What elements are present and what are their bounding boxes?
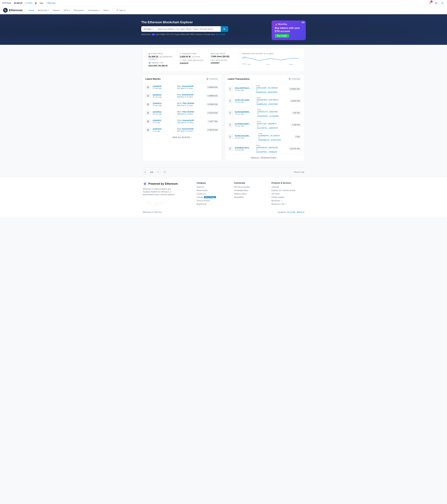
block-number[interactable]: 21643514 <box>153 94 175 96</box>
tx-from[interactable]: 0xEbA88149...a5DE94cB1 <box>256 146 286 149</box>
view-all-blocks[interactable]: VIEW ALL BLOCKS → <box>143 134 222 140</box>
search-filter-btn[interactable]: All Filters ▾ <box>141 26 156 32</box>
tx-hash[interactable]: 0x5ddb9cc6cd... <box>235 146 254 149</box>
footer-link-api-doc[interactable]: API Documentation <box>234 186 267 188</box>
block-number[interactable]: 21643515 <box>153 85 175 88</box>
tx-to[interactable]: 0x00000000...1123eB395 <box>257 115 290 117</box>
tx-from[interactable]: 0xDc601950...613576EC3 <box>256 99 287 101</box>
tx-customize-btn[interactable]: Customize <box>287 77 302 81</box>
footer-link-brand[interactable]: Brand Assets <box>197 189 229 192</box>
tx-hash[interactable]: 0x15592cda8f7... <box>235 123 255 125</box>
tx-from[interactable]: 0x95222290...5CC4BAfe5 <box>256 87 286 89</box>
tx-hash[interactable]: 0x35bcdbce8b... <box>235 135 256 137</box>
footer-link-api-plans[interactable]: API Plans <box>272 193 304 195</box>
footer-link-eaas[interactable]: Explorer as a Service (EaaS) <box>272 189 304 192</box>
block-txns[interactable]: 181 txns <box>177 121 184 124</box>
svg-rect-23 <box>147 112 148 113</box>
from-label: From <box>256 97 261 99</box>
tx-history-chart: 1 260k 1 020k Jan 2 Jan 9 Jan 16 <box>242 56 298 65</box>
hero-left: The Ethereum Blockchain Explorer All Fil… <box>141 20 269 36</box>
block-txns[interactable]: 132 txns <box>177 87 184 90</box>
donation-address[interactable]: 0x71c765...d8976f <box>287 211 303 213</box>
nav-developers[interactable]: Developers ▾ <box>87 8 101 12</box>
search-input[interactable] <box>156 26 221 32</box>
footer-link-blockscan-chat[interactable]: Blockscan Chat ↗ <box>272 203 304 205</box>
settings-button[interactable] <box>434 1 438 5</box>
back-to-top-btn[interactable]: ↑ Back to Top <box>293 171 304 173</box>
block-txns[interactable]: 159 txns <box>177 96 184 98</box>
list-item: Explorer as a Service (EaaS) <box>272 189 304 192</box>
nav-blockchain[interactable]: Blockchain ▾ <box>36 8 50 12</box>
miner-name[interactable]: beaverbuild <box>183 119 194 121</box>
stat-finalized-value: 21643437 <box>180 62 206 64</box>
view-all-tx[interactable]: VIEW ALL TRANSACTIONS → <box>225 155 304 161</box>
ad-buy-button[interactable]: Buy Crypto <box>275 34 289 38</box>
footer-link-newsletters[interactable]: Newsletters <box>234 196 267 198</box>
miner-name[interactable]: Titan Builder <box>182 110 194 113</box>
tx-doc-icon <box>228 86 233 92</box>
stat-market-value: $410,695,735,480.00 <box>149 65 175 67</box>
block-cube-icon <box>145 127 151 133</box>
block-txns[interactable]: 192 txns <box>177 104 184 107</box>
footer-link-bug[interactable]: Bug Bounty <box>197 203 229 205</box>
tx-to[interactable]: 0xb060429d...Be823604F <box>256 91 286 93</box>
logo-icon <box>3 8 8 13</box>
block-txns[interactable]: 159 txns <box>177 113 184 115</box>
tx-hash[interactable]: 0xc8cc8cc3af9... <box>235 99 255 101</box>
tx-to[interactable]: 0xeAebF696...7c9bfba39 <box>256 151 286 153</box>
footer-link-network[interactable]: Network Status <box>234 193 267 195</box>
tx-from[interactable]: 0xa689D044...dCcc9E267 <box>258 135 292 137</box>
facebook-icon[interactable]: f <box>156 170 160 175</box>
footer-link-priority[interactable]: Priority Support <box>272 196 304 198</box>
tx-to[interactable]: 0x11782702...2e855767F <box>257 127 288 129</box>
block-number[interactable]: 21643510 <box>153 128 175 130</box>
svg-rect-20 <box>148 103 149 104</box>
footer-link-blockscan[interactable]: Blockscan ↗ <box>272 199 304 202</box>
block-number[interactable]: 21643512 <box>153 111 175 113</box>
from-label: From <box>257 121 261 123</box>
ad-moon-icon: 🌙 <box>275 23 277 25</box>
blocks-customize-btn[interactable]: Customize <box>205 77 219 81</box>
tx-hash[interactable]: 0xbcc823f12e1... <box>235 87 254 89</box>
miner-name[interactable]: beaverbuild <box>182 93 194 96</box>
footer-link-about[interactable]: About Us <box>197 186 229 188</box>
block-txns[interactable]: 237 txns <box>177 130 184 132</box>
block-info: 21643512 49 secs ago <box>153 111 175 115</box>
tx-to[interactable]: 0x8b26BAC6...bC4EC534A <box>258 139 292 141</box>
miner-name[interactable]: beaverbuild <box>182 85 194 87</box>
tx-from[interactable]: 0xfc9272e0...69f33f87A <box>257 123 288 125</box>
tx-from[interactable]: 0x0F87b770...956df7fd6 <box>257 111 290 113</box>
brand-logo[interactable]: Etherscan <box>3 8 22 13</box>
footer-link-terms[interactable]: Terms & Privacy <box>197 199 229 202</box>
notifications-button[interactable]: 1 <box>428 1 432 5</box>
reddit-icon[interactable]: ⚀ <box>162 170 167 175</box>
footer-link-kb[interactable]: Knowledge Base <box>234 189 267 192</box>
tx-to[interactable]: 0xd66Ba354...63cB76955 <box>256 103 287 105</box>
block-time: 37 secs ago <box>153 105 175 106</box>
sponsored-link[interactable]: Buy NOW! <box>216 33 225 36</box>
nav-nfts[interactable]: NFTs ▾ <box>62 8 71 12</box>
footer-link-careers[interactable]: Careers We're Hiring! <box>197 196 229 198</box>
tx-doc-icon <box>228 122 233 127</box>
sponsored-text: Best Wallet: NO KYC Crypto Wallet with F… <box>156 33 215 36</box>
miner-name[interactable]: beaverbuild <box>182 128 194 130</box>
footer-brand-col: Powered by Ethereum Etherscan is a Block… <box>143 182 192 211</box>
footer-link-advertise[interactable]: Advertise <box>272 186 304 188</box>
svg-point-73 <box>161 202 165 204</box>
twitter-icon[interactable]: 𝕏 <box>143 170 147 175</box>
nav-resources[interactable]: Resources ▾ <box>72 8 86 12</box>
footer-link-contact[interactable]: Contact Us <box>197 193 229 195</box>
miner-name[interactable]: Titan Builder <box>182 102 194 104</box>
nav-tokens[interactable]: Tokens ▾ <box>51 8 62 12</box>
nav-more[interactable]: More ▾ <box>102 8 111 12</box>
svg-rect-37 <box>290 79 291 80</box>
search-button[interactable] <box>221 26 228 32</box>
wallet-button[interactable] <box>440 1 445 5</box>
nav-signin[interactable]: Sign In <box>115 8 127 12</box>
block-number[interactable]: 21643511 <box>153 119 175 122</box>
medium-icon[interactable]: ●● <box>149 170 154 175</box>
to-label: To <box>256 101 258 103</box>
tx-hash[interactable]: 0x30e5a6f0835... <box>235 111 255 113</box>
block-number[interactable]: 21643513 <box>153 102 175 105</box>
nav-home[interactable]: Home <box>27 8 36 12</box>
